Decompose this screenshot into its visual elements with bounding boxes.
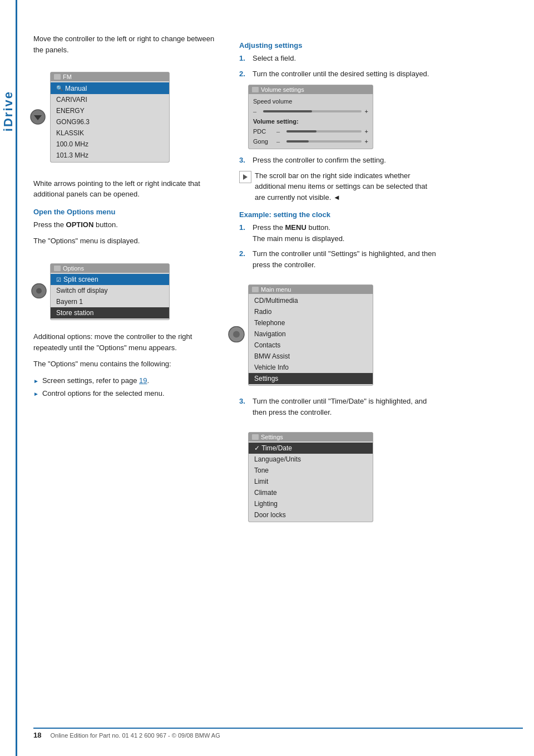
fm-controller	[30, 109, 46, 125]
settings-item-language: Language/Units	[249, 454, 373, 465]
mm-item-contacts: Contacts	[249, 340, 373, 351]
pdc-track	[286, 130, 362, 132]
main-menu-knob-icon	[228, 326, 245, 343]
options-icon	[54, 266, 61, 271]
white-arrows-text: White arrows pointing to the left or rig…	[33, 178, 222, 200]
main-menu-title-bar: Main menu	[249, 285, 373, 294]
speed-volume-track	[263, 110, 362, 112]
mm-item-bmw: BMW Assist	[249, 351, 373, 362]
volume-screen-wrapper: Volume settings Speed volume – +	[248, 85, 439, 149]
fm-item-100: 100.0 MHz	[51, 139, 169, 150]
additional-text: Additional options: move the controller …	[33, 331, 222, 353]
ex-step3: 3. Turn the controller until "Time/Date"…	[239, 396, 439, 418]
intro-text: Move the controller to the left or right…	[33, 33, 222, 55]
speed-volume-fill	[263, 110, 312, 112]
svg-point-5	[233, 331, 240, 338]
mm-item-cd: CD/Multimedia	[249, 295, 373, 306]
mm-item-vehicle: Vehicle Info	[249, 362, 373, 373]
main-menu-list: CD/Multimedia Radio Telephone Navigation…	[249, 294, 373, 385]
options-title-bar: Options	[51, 264, 169, 273]
options-screen-wrapper: Options ☑ Split screen Switch off displa…	[50, 258, 170, 326]
settings-item-lighting: Lighting	[249, 498, 373, 509]
main-menu-icon	[252, 287, 259, 292]
triangle-right-icon	[243, 174, 248, 180]
scroll-box-icon	[239, 171, 251, 183]
bullet-list: ► Screen settings, refer to page 19. ► C…	[33, 375, 222, 399]
settings-title-text: Settings	[261, 434, 283, 440]
contains-text: The "Options" menu contains the followin…	[33, 359, 222, 370]
ex-step2: 2. Turn the controller until "Settings" …	[239, 248, 439, 270]
options-title-text: Options	[63, 265, 84, 272]
scroll-indicator-block: The scroll bar on the right side indicat…	[239, 170, 439, 203]
idrive-label: iDrive	[0, 56, 17, 167]
main-menu-screen-wrapper: Main menu CD/Multimedia Radio Telephone …	[248, 279, 373, 391]
pdc-fill	[286, 130, 317, 132]
fm-title-bar: FM	[51, 72, 169, 81]
fm-item-101: 101.3 MHz	[51, 150, 169, 161]
scroll-note-text: The scroll bar on the right side indicat…	[255, 170, 439, 203]
fm-item-energy: ENERGY	[51, 105, 169, 116]
main-content: Move the controller to the left or right…	[33, 0, 523, 554]
mm-item-navigation: Navigation	[249, 328, 373, 340]
bullet-item-2: ► Control options for the selected menu.	[33, 388, 222, 399]
volume-screen: Volume settings Speed volume – +	[248, 85, 373, 149]
mm-item-telephone: Telephone	[249, 317, 373, 328]
options-item-split: ☑ Split screen	[51, 274, 169, 286]
options-controller	[31, 283, 47, 300]
svg-point-3	[36, 288, 42, 293]
gong-fill	[286, 140, 309, 143]
settings-list: ✓ Time/Date Language/Units Tone Limit Cl…	[249, 441, 373, 522]
left-column: Move the controller to the left or right…	[33, 33, 222, 532]
adjusting-heading: Adjusting settings	[239, 41, 439, 50]
fm-item-manual: 🔍 Manual	[51, 82, 169, 94]
settings-screen-wrapper: Settings ✓ Time/Date Language/Units Tone…	[248, 426, 373, 528]
options-knob-icon	[31, 283, 47, 298]
open-options-para1: Press the OPTION button.	[33, 219, 222, 230]
gong-row: Gong – +	[249, 136, 373, 146]
fm-item-carivari: CARIVARI	[51, 94, 169, 105]
settings-item-doorlocks: Door locks	[249, 509, 373, 521]
fm-item-klassik: KLASSIK	[51, 127, 169, 139]
menu-bold: MENU	[285, 223, 306, 232]
adjust-step3: 3. Press the controller to confirm the s…	[239, 155, 439, 166]
speed-volume-row: Speed volume	[249, 96, 373, 106]
options-list: ☑ Split screen Switch off display Bayern…	[51, 273, 169, 320]
footer-text: Online Edition for Part no. 01 41 2 600 …	[50, 732, 220, 739]
main-menu-title-text: Main menu	[261, 286, 291, 293]
main-menu-screen: Main menu CD/Multimedia Radio Telephone …	[248, 284, 373, 386]
adjust-step1: 1. Select a field.	[239, 53, 439, 64]
fm-screen: FM 🔍 Manual CARIVARI ENERGY GONG96.3 KLA…	[50, 72, 170, 163]
volume-content: Speed volume – + Volume setting:	[249, 94, 373, 149]
main-menu-controller	[228, 326, 245, 345]
example-heading: Example: setting the clock	[239, 210, 439, 219]
volume-setting-label-row: Volume setting:	[249, 116, 373, 126]
volume-title-bar: Volume settings	[249, 85, 373, 94]
page-link-19[interactable]: 19	[139, 376, 147, 385]
bullet-text-1: Screen settings, refer to page 19.	[42, 375, 149, 386]
gong-track	[286, 140, 362, 143]
settings-item-timedate: ✓ Time/Date	[249, 443, 373, 454]
page-number: 18	[33, 731, 41, 739]
bullet-text-2: Control options for the selected menu.	[42, 388, 165, 399]
options-item-store: Store station	[51, 307, 169, 318]
volume-icon	[252, 87, 259, 92]
volume-title-text: Volume settings	[261, 86, 304, 93]
settings-icon	[252, 434, 259, 440]
open-options-para2: The "Options" menu is displayed.	[33, 235, 222, 247]
mm-item-settings: Settings	[249, 373, 373, 384]
option-bold: OPTION	[66, 220, 94, 229]
settings-item-limit: Limit	[249, 476, 373, 487]
settings-screen: Settings ✓ Time/Date Language/Units Tone…	[248, 432, 373, 522]
ex-step1: 1. Press the MENU button. The main menu …	[239, 222, 439, 244]
settings-item-climate: Climate	[249, 487, 373, 498]
open-options-heading: Open the Options menu	[33, 208, 222, 216]
options-item-bayern: Bayern 1	[51, 296, 169, 307]
ex-step1-text: Press the MENU button. The main menu is …	[253, 222, 344, 244]
mm-item-radio: Radio	[249, 306, 373, 317]
fm-icon	[54, 74, 61, 80]
bullet-item-1: ► Screen settings, refer to page 19.	[33, 375, 222, 386]
settings-item-tone: Tone	[249, 465, 373, 476]
page-footer: 18 Online Edition for Part no. 01 41 2 6…	[33, 728, 523, 739]
bullet-triangle-2: ►	[33, 390, 39, 398]
speed-volume-slider-row: – +	[249, 106, 373, 116]
